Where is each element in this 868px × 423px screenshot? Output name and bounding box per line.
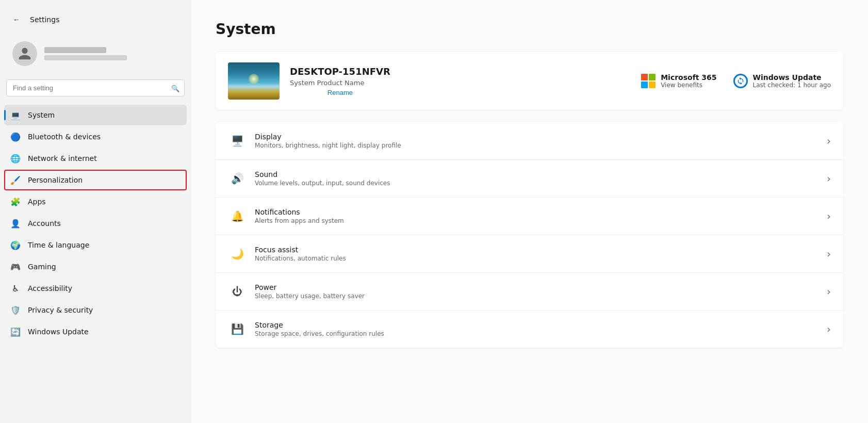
device-subtitle: System Product Name xyxy=(290,79,390,87)
sidebar-item-label-privacy: Privacy & security xyxy=(28,306,93,314)
system-icon: 💻 xyxy=(10,110,21,120)
sidebar-item-label-time: Time & language xyxy=(28,241,89,249)
gaming-icon: 🎮 xyxy=(10,262,21,272)
privacy-icon: 🛡️ xyxy=(10,305,21,315)
rename-button[interactable]: Rename xyxy=(290,89,390,96)
sidebar-item-label-windows-update: Windows Update xyxy=(28,328,89,336)
focus-assist-chevron: › xyxy=(827,248,831,260)
focus-assist-text: Focus assistNotifications, automatic rul… xyxy=(255,246,827,262)
username-blur xyxy=(44,47,106,53)
windows-update-info: Windows Update Last checked: 1 hour ago xyxy=(753,73,831,89)
display-title: Display xyxy=(255,133,827,141)
user-section[interactable] xyxy=(4,35,187,72)
windows-update-subtitle: Last checked: 1 hour ago xyxy=(753,82,831,89)
device-card: DESKTOP-151NFVR System Product Name Rena… xyxy=(216,52,843,110)
page-title: System xyxy=(216,21,843,38)
focus-assist-icon: 🌙 xyxy=(228,245,247,263)
settings-item-sound[interactable]: 🔊SoundVolume levels, output, input, soun… xyxy=(216,160,843,198)
accounts-icon: 👤 xyxy=(10,218,21,229)
sidebar-item-label-system: System xyxy=(28,111,55,119)
sidebar-item-time[interactable]: 🌍Time & language xyxy=(4,235,187,255)
power-chevron: › xyxy=(827,285,831,298)
sound-title: Sound xyxy=(255,170,827,178)
sound-desc: Volume levels, output, input, sound devi… xyxy=(255,180,827,187)
device-right: Microsoft 365 View benefits Windows Upda… xyxy=(641,73,831,89)
power-text: PowerSleep, battery usage, battery saver xyxy=(255,283,827,300)
notifications-title: Notifications xyxy=(255,208,827,216)
sound-text: SoundVolume levels, output, input, sound… xyxy=(255,170,827,187)
bluetooth-icon: 🔵 xyxy=(10,132,21,142)
notifications-desc: Alerts from apps and system xyxy=(255,217,827,224)
settings-list: 🖥️DisplayMonitors, brightness, night lig… xyxy=(216,122,843,348)
focus-assist-desc: Notifications, automatic rules xyxy=(255,255,827,262)
settings-item-storage[interactable]: 💾StorageStorage space, drives, configura… xyxy=(216,311,843,348)
storage-chevron: › xyxy=(827,323,831,335)
sidebar-item-bluetooth[interactable]: 🔵Bluetooth & devices xyxy=(4,126,187,147)
user-info xyxy=(44,47,127,60)
main-content: System DESKTOP-151NFVR System Product Na… xyxy=(191,0,868,423)
sidebar-item-network[interactable]: 🌐Network & internet xyxy=(4,148,187,169)
focus-assist-title: Focus assist xyxy=(255,246,827,254)
accessibility-icon: ♿ xyxy=(10,283,21,294)
device-name: DESKTOP-151NFVR xyxy=(290,66,390,77)
settings-item-focus-assist[interactable]: 🌙Focus assistNotifications, automatic ru… xyxy=(216,235,843,273)
display-desc: Monitors, brightness, night light, displ… xyxy=(255,142,827,149)
microsoft365-title: Microsoft 365 xyxy=(661,73,716,82)
sidebar-item-personalization[interactable]: 🖌️Personalization xyxy=(4,170,187,190)
search-input[interactable] xyxy=(6,79,185,96)
useremail-blur xyxy=(44,55,127,60)
windows-update-icon xyxy=(733,74,748,88)
microsoft365-icon xyxy=(641,74,656,88)
power-desc: Sleep, battery usage, battery saver xyxy=(255,292,827,300)
sidebar-item-label-accessibility: Accessibility xyxy=(28,284,72,292)
avatar xyxy=(12,41,37,66)
microsoft365-info: Microsoft 365 View benefits xyxy=(661,73,716,89)
apps-icon: 🧩 xyxy=(10,197,21,207)
sidebar-item-privacy[interactable]: 🛡️Privacy & security xyxy=(4,300,187,320)
back-button[interactable]: ← xyxy=(8,11,25,28)
device-thumbnail xyxy=(228,62,280,100)
sidebar-item-gaming[interactable]: 🎮Gaming xyxy=(4,256,187,277)
sidebar: ← Settings 🔍 💻System🔵Bluetooth & devices… xyxy=(0,0,191,423)
sidebar-item-apps[interactable]: 🧩Apps xyxy=(4,191,187,212)
sidebar-item-accessibility[interactable]: ♿Accessibility xyxy=(4,278,187,299)
sidebar-item-accounts[interactable]: 👤Accounts xyxy=(4,213,187,234)
app-title: Settings xyxy=(30,15,59,24)
sound-chevron: › xyxy=(827,172,831,185)
personalization-icon: 🖌️ xyxy=(10,175,21,185)
sidebar-item-windows-update[interactable]: 🔄Windows Update xyxy=(4,321,187,342)
sidebar-item-label-bluetooth: Bluetooth & devices xyxy=(28,133,101,141)
windows-update-widget[interactable]: Windows Update Last checked: 1 hour ago xyxy=(733,73,831,89)
settings-item-power[interactable]: ⏻PowerSleep, battery usage, battery save… xyxy=(216,273,843,311)
sidebar-item-system[interactable]: 💻System xyxy=(4,105,187,125)
sound-icon: 🔊 xyxy=(228,169,247,188)
storage-text: StorageStorage space, drives, configurat… xyxy=(255,321,827,337)
nav-items: 💻System🔵Bluetooth & devices🌐Network & in… xyxy=(0,102,191,345)
search-box: 🔍 xyxy=(6,79,185,96)
microsoft365-widget[interactable]: Microsoft 365 View benefits xyxy=(641,73,716,89)
notifications-icon: 🔔 xyxy=(228,207,247,225)
network-icon: 🌐 xyxy=(10,153,21,164)
notifications-text: NotificationsAlerts from apps and system xyxy=(255,208,827,224)
storage-desc: Storage space, drives, configuration rul… xyxy=(255,330,827,337)
time-icon: 🌍 xyxy=(10,240,21,250)
settings-item-display[interactable]: 🖥️DisplayMonitors, brightness, night lig… xyxy=(216,122,843,160)
power-title: Power xyxy=(255,283,827,291)
sidebar-item-label-apps: Apps xyxy=(28,198,46,206)
display-chevron: › xyxy=(827,135,831,147)
notifications-chevron: › xyxy=(827,210,831,222)
display-icon: 🖥️ xyxy=(228,132,247,150)
sidebar-item-label-personalization: Personalization xyxy=(28,176,83,184)
settings-item-notifications[interactable]: 🔔NotificationsAlerts from apps and syste… xyxy=(216,198,843,235)
power-icon: ⏻ xyxy=(228,282,247,301)
storage-title: Storage xyxy=(255,321,827,329)
display-text: DisplayMonitors, brightness, night light… xyxy=(255,133,827,149)
windows-update-icon: 🔄 xyxy=(10,327,21,337)
sidebar-item-label-gaming: Gaming xyxy=(28,263,56,271)
storage-icon: 💾 xyxy=(228,320,247,338)
microsoft365-subtitle: View benefits xyxy=(661,82,716,89)
sidebar-item-label-network: Network & internet xyxy=(28,154,97,162)
device-info: DESKTOP-151NFVR System Product Name Rena… xyxy=(290,66,390,96)
sidebar-item-label-accounts: Accounts xyxy=(28,219,61,227)
device-left: DESKTOP-151NFVR System Product Name Rena… xyxy=(228,62,390,100)
